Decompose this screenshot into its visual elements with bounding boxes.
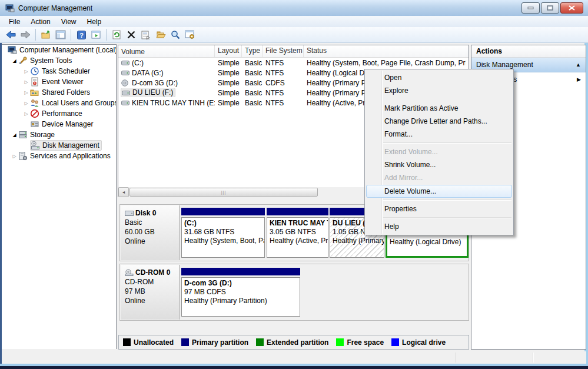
- column-header-file-system[interactable]: File System: [263, 45, 304, 57]
- collapse-arrow-icon[interactable]: ▷: [22, 90, 30, 95]
- open-folder-icon[interactable]: [154, 28, 167, 41]
- refresh-icon[interactable]: [110, 28, 123, 41]
- context-menu-help[interactable]: Help: [365, 220, 513, 233]
- tree-item-event-viewer[interactable]: ▷ Event Viewer: [2, 77, 116, 87]
- tree-item-label: Local Users and Groups: [42, 99, 117, 107]
- show-console-tree-icon[interactable]: [54, 28, 67, 41]
- volume-context-menu: Open Explore Mark Partition as Active Ch…: [364, 69, 514, 235]
- maximize-button[interactable]: [541, 2, 559, 14]
- partition-status: Healthy (Primary Partition): [184, 297, 267, 305]
- partition-dcom[interactable]: D-com 3G (D:) 97 MB CDFS Healthy (Primar…: [181, 268, 300, 320]
- disk-0-label[interactable]: Disk 0 Basic 60.00 GB Online: [121, 205, 180, 260]
- tree-item-task-scheduler[interactable]: ▷ Task Scheduler: [2, 66, 116, 77]
- shared-folders-icon: [30, 88, 39, 97]
- volume-type: Basic: [242, 69, 263, 77]
- tree-item-label: Task Scheduler: [42, 67, 90, 75]
- tree-item-label: Performance: [42, 109, 82, 118]
- cd-rom-0-label[interactable]: CD-ROM 0 CD-ROM 97 MB Online: [121, 265, 180, 320]
- tree-item-label: Services and Applications: [30, 152, 111, 160]
- legend-label: Free space: [347, 338, 384, 347]
- back-icon[interactable]: [4, 28, 17, 41]
- tree-item-services-and-applications[interactable]: ▷ Services and Applications: [2, 151, 116, 161]
- collapse-up-icon[interactable]: ▲: [576, 62, 581, 68]
- submenu-right-icon[interactable]: ▶: [577, 77, 581, 82]
- tree-item-label: Computer Management (Local): [19, 46, 117, 54]
- legend-label: Unallocated: [134, 338, 174, 347]
- tree-item-computer-management[interactable]: Computer Management (Local): [2, 45, 116, 55]
- partition-c[interactable]: (C:) 31.68 GB NTFS Healthy (System, Boot…: [181, 208, 265, 261]
- show-action-pane-icon[interactable]: [89, 28, 102, 41]
- collapse-arrow-icon[interactable]: ▷: [22, 111, 30, 117]
- selected-volume[interactable]: DU LIEU (F:): [121, 88, 175, 97]
- actions-panel-title: Actions: [471, 45, 586, 58]
- volume-layout: Simple: [215, 79, 242, 87]
- legend-swatch: [256, 338, 264, 346]
- context-menu-change-drive-letter[interactable]: Change Drive Letter and Paths...: [365, 115, 513, 128]
- partition-status: Healthy (Primary Partition): [333, 237, 384, 245]
- collapse-arrow-icon[interactable]: ▷: [22, 69, 30, 74]
- menu-separator: [383, 200, 511, 200]
- scrollbar-thumb[interactable]: |||: [129, 188, 318, 197]
- computer-management-window: Computer Management File Action View Hel…: [0, 0, 588, 369]
- disk-management-icon: [31, 141, 40, 150]
- tree-item-system-tools[interactable]: ◢ System Tools: [2, 55, 116, 66]
- partition-status: Healthy (Active, Primary Partition): [270, 237, 328, 245]
- export-list-icon[interactable]: [39, 28, 52, 41]
- toolbar-separator: [35, 29, 36, 41]
- context-menu-format[interactable]: Format...: [365, 128, 513, 141]
- context-menu-shrink-volume[interactable]: Shrink Volume...: [365, 158, 513, 171]
- help-icon[interactable]: ?: [75, 28, 88, 41]
- selected-tree-item[interactable]: Disk Management: [30, 140, 102, 151]
- close-button[interactable]: [560, 2, 583, 14]
- menu-view[interactable]: View: [56, 17, 82, 26]
- partition-size: 3.05 GB NTFS: [270, 228, 316, 236]
- find-icon[interactable]: [169, 28, 182, 41]
- volume-layout: Simple: [215, 69, 242, 77]
- scroll-left-arrow[interactable]: ◄: [118, 187, 129, 197]
- disk-name: Disk 0: [135, 208, 156, 218]
- context-menu-explore[interactable]: Explore: [365, 84, 513, 97]
- forward-icon[interactable]: [19, 28, 32, 41]
- context-menu-properties[interactable]: Properties: [365, 202, 513, 215]
- toolbar-separator: [106, 29, 107, 41]
- tree-item-disk-management[interactable]: Disk Management: [2, 140, 116, 151]
- tree-item-label: Disk Management: [42, 141, 99, 149]
- column-header-layout[interactable]: Layout: [215, 45, 242, 57]
- tree-item-device-manager[interactable]: Device Manager: [2, 119, 116, 129]
- volume-type: Basic: [242, 89, 263, 97]
- delete-icon[interactable]: [125, 28, 138, 41]
- menu-separator: [383, 99, 511, 99]
- context-menu-delete-volume[interactable]: Delete Volume...: [366, 185, 512, 198]
- column-header-status[interactable]: Status: [304, 45, 466, 57]
- context-menu-mark-partition-active[interactable]: Mark Partition as Active: [365, 102, 513, 115]
- expand-arrow-icon[interactable]: ◢: [11, 58, 18, 64]
- collapse-arrow-icon[interactable]: ▷: [22, 79, 30, 85]
- partition-kien-truc[interactable]: KIEN TRUC MAY TINH (E:) 3.05 GB NTFS Hea…: [267, 208, 328, 261]
- partition-name: D-com 3G (D:): [184, 279, 232, 287]
- legend-label: Extended partition: [267, 338, 328, 347]
- volume-row-c[interactable]: (C:) Simple Basic NTFS Healthy (System, …: [118, 58, 469, 68]
- collapse-arrow-icon[interactable]: ▷: [11, 154, 18, 159]
- collapse-arrow-icon[interactable]: ▷: [22, 101, 30, 106]
- volume-status: Healthy (System, Boot, Page File, Crash …: [304, 59, 466, 67]
- disk-icon: [125, 210, 134, 217]
- menu-file[interactable]: File: [4, 17, 25, 26]
- settings-window-icon[interactable]: [184, 28, 197, 41]
- expand-arrow-icon[interactable]: ◢: [11, 132, 18, 138]
- tree-item-performance[interactable]: ▷ Performance: [2, 108, 116, 119]
- system-tools-icon: [18, 56, 28, 65]
- tree-item-storage[interactable]: ◢ Storage: [2, 129, 116, 140]
- menu-help[interactable]: Help: [82, 17, 107, 26]
- menu-action[interactable]: Action: [25, 17, 55, 26]
- minimize-button[interactable]: [521, 2, 540, 14]
- title-bar[interactable]: Computer Management: [0, 0, 588, 16]
- volume-drive-icon: [122, 89, 130, 96]
- partition-name: (C:): [184, 219, 197, 227]
- tree-item-local-users-and-groups[interactable]: ▷ Local Users and Groups: [2, 98, 116, 108]
- column-header-volume[interactable]: Volume: [118, 45, 215, 57]
- tree-item-shared-folders[interactable]: ▷ Shared Folders: [2, 87, 116, 98]
- column-header-type[interactable]: Type: [242, 45, 263, 57]
- tree-item-label: Storage: [30, 131, 55, 139]
- properties-icon[interactable]: [139, 28, 152, 41]
- context-menu-open[interactable]: Open: [365, 71, 513, 84]
